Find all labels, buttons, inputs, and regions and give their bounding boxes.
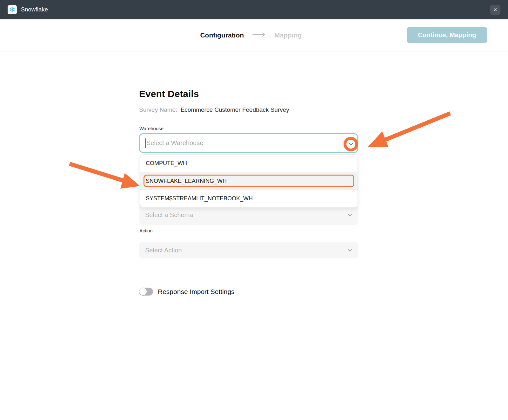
annotation-arrow-to-chevron [368,113,450,147]
step-configuration: Configuration [200,31,244,39]
titlebar: ❄ Snowflake ✕ [0,0,508,19]
survey-name-line: Survey Name: Ecommerce Customer Feedback… [139,106,289,113]
chevron-down-icon [348,212,352,218]
step-mapping: Mapping [274,31,302,39]
action-placeholder: Select Action [145,247,182,254]
option-label: SNOWFLAKE_LEARNING_WH [146,178,227,184]
arrow-right-icon [252,32,266,38]
dropdown-option-snowflake-learning-wh[interactable]: SNOWFLAKE_LEARNING_WH [140,172,358,190]
schema-placeholder: Select a Schema [145,211,193,219]
annotation-arrow-to-option [70,164,140,189]
snowflake-integration-modal: ❄ Snowflake ✕ Configuration Mapping Cont… [0,0,508,420]
dropdown-option-system-streamlit-notebook-wh[interactable]: SYSTEM$STREAMLIT_NOTEBOOK_WH [140,190,358,207]
chevron-highlight-ring [344,137,358,151]
survey-name-value: Ecommerce Customer Feedback Survey [181,106,289,113]
chevron-down-icon [348,143,353,146]
warehouse-select[interactable]: Select a Warehouse [139,133,358,153]
warehouse-label: Warehouse [139,126,164,131]
chevron-down-icon [348,247,352,253]
page-title: Event Details [139,89,199,99]
stepper: Configuration Mapping [200,31,302,39]
app-title: Snowflake [21,6,48,13]
close-icon: ✕ [493,7,498,13]
snowflake-glyph: ❄ [9,6,15,13]
dropdown-option-compute-wh[interactable]: COMPUTE_WH [140,155,358,172]
schema-select[interactable]: Select a Schema [139,205,358,225]
action-label: Action [139,228,153,233]
section-divider [139,278,358,278]
response-import-row: Response Import Settings [139,288,235,296]
action-select[interactable]: Select Action [139,242,358,258]
survey-name-label: Survey Name: [139,106,177,113]
response-import-label: Response Import Settings [158,288,235,296]
warehouse-placeholder: Select a Warehouse [146,139,203,147]
response-import-toggle[interactable] [139,288,153,296]
toggle-knob [139,288,147,295]
stepper-header: Configuration Mapping Continue, Mapping [0,19,508,51]
text-caret [145,138,146,148]
snowflake-icon: ❄ [8,5,17,14]
warehouse-dropdown: COMPUTE_WH SNOWFLAKE_LEARNING_WH SYSTEM$… [140,154,358,208]
continue-mapping-button[interactable]: Continue, Mapping [407,27,487,43]
close-button[interactable]: ✕ [490,5,500,15]
